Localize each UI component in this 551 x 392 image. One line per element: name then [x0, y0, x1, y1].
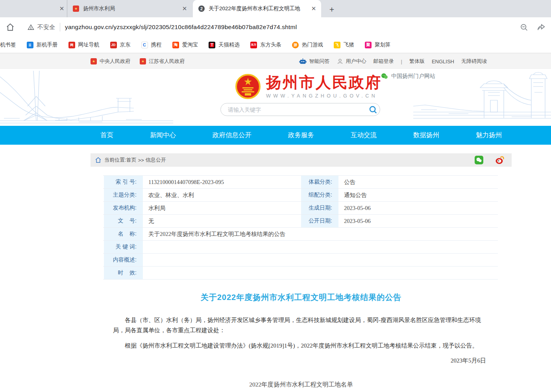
wechat-icon: [381, 73, 388, 80]
url-field[interactable]: yangzhou.gov.cn/yzszxxgk/slj/202305/210c…: [65, 24, 297, 31]
bookmark-eastday[interactable]: 东方东方头条: [250, 41, 281, 48]
eastday-icon: 东方: [250, 42, 257, 48]
link-mail-login[interactable]: 邮箱登录: [373, 58, 394, 65]
article-title: 关于2022年度扬州市水利工程文明工地考核结果的公告: [91, 292, 512, 303]
ctrip-icon: C: [141, 42, 148, 48]
tab-active-announcement[interactable]: 2 关于2022年度扬州市水利工程文明工地 ✕: [193, 0, 321, 17]
user-icon: [337, 58, 343, 64]
juhuasuan-icon: 聚: [365, 42, 372, 48]
new-tab-button[interactable]: ＋: [327, 4, 337, 14]
site-url-caption: WWW.YANGZHOU.GOV.CN: [266, 93, 382, 99]
close-icon[interactable]: ✕: [58, 5, 65, 12]
nav-services[interactable]: 政务服务: [288, 131, 314, 140]
table-row: 索 引 号: 11321000014407098E-2023-095 体裁分类:…: [103, 176, 498, 189]
search-icon[interactable]: [366, 103, 380, 116]
link-traditional[interactable]: 繁体版: [409, 58, 425, 65]
bookmark-juhuasuan[interactable]: 聚聚划算: [365, 41, 391, 48]
breadcrumb-home-link[interactable]: 首页: [126, 156, 137, 164]
nav-data[interactable]: 数据扬州: [413, 131, 439, 140]
portal-label[interactable]: 中国扬州门户网站: [381, 73, 435, 80]
gov-emblem-favicon-icon: ★: [73, 6, 79, 12]
divider: [60, 23, 60, 31]
article-body: 各县（市、区）水利（务）局，扬州经济开发区城乡事务管理局，生态科技新城规划建设局…: [113, 315, 488, 356]
national-emblem-icon: [235, 74, 261, 99]
nav-home[interactable]: 首页: [100, 131, 113, 140]
site-search: [220, 103, 380, 116]
nav-charm[interactable]: 魅力扬州: [476, 131, 502, 140]
tab-title: 扬州市水利局: [83, 5, 177, 12]
link-user-center[interactable]: 用户中心: [337, 58, 366, 65]
breadcrumb-current-link[interactable]: 信息公开: [146, 156, 166, 164]
games-icon: 游: [292, 42, 299, 48]
table-row: 主题分类: 农业、林业、水利 组配分类: 通知公告: [103, 189, 498, 202]
zoom-out-icon[interactable]: [520, 23, 528, 31]
site-banner: 扬州市人民政府 WWW.YANGZHOU.GOV.CN 中国扬州门户网站: [0, 69, 551, 126]
article-date: 2023年5月6日: [113, 357, 486, 364]
bookmark-phone-bookmarks[interactable]: 机书签: [0, 41, 16, 48]
article-paragraph: 根据《扬州市水利工程文明工地建设管理办法》(扬水规[2019]1号)，2022年…: [113, 340, 488, 351]
bookmark-manual[interactable]: ≣新机手册: [27, 41, 58, 48]
bookmark-fliggy[interactable]: 飞飞猪: [334, 41, 354, 48]
breadcrumb-prefix: 当前位置:: [104, 156, 126, 164]
robot-icon: [299, 58, 307, 64]
article-paragraph: 各县（市、区）水利（务）局，扬州经济开发区城乡事务管理局，生态科技新城规划建设局…: [113, 315, 488, 335]
tab-title: 关于2022年度扬州市水利工程文明工地: [209, 5, 306, 12]
bridge-art-left: [0, 69, 173, 126]
tmall-icon: T: [209, 42, 215, 48]
browser-tab-bar: ✕ ★ 扬州市水利局 ✕ 2 关于2022年度扬州市水利工程文明工地 ✕ ＋: [0, 0, 551, 17]
content-area: 当前位置: 首页 >> 信息公开 索 引 号:: [91, 145, 512, 392]
table-row: 关 键 词:: [103, 241, 498, 254]
nav-news[interactable]: 新闻中心: [150, 131, 176, 140]
bookmarks-bar: 机书签 ≣新机手册 网网址导航 JD京东 C携程 淘爱淘宝 T天猫精选 东方东方…: [0, 37, 551, 53]
bookmark-ctrip[interactable]: C携程: [141, 41, 162, 48]
site-name: 扬州市人民政府: [266, 75, 382, 90]
breadcrumb: 当前位置: 首页 >> 信息公开: [91, 153, 512, 167]
warning-icon: [28, 24, 34, 31]
link-central-gov[interactable]: ★ 中央人民政府: [91, 58, 130, 65]
site-utility-bar: ★ 中央人民政府 ★ 江苏省人民政府 智能问答 用户中心 邮箱登录 | 繁体版: [0, 53, 551, 69]
nav-interaction[interactable]: 互动交流: [351, 131, 377, 140]
close-icon[interactable]: ✕: [181, 5, 188, 12]
link-smart-qa[interactable]: 智能问答: [299, 58, 330, 65]
bookmark-tmall[interactable]: T天猫精选: [209, 41, 240, 48]
search-input[interactable]: [221, 107, 366, 113]
manual-icon: ≣: [27, 42, 33, 48]
bookmark-taobao[interactable]: 淘爱淘宝: [172, 41, 198, 48]
weibo-share-icon[interactable]: [495, 156, 505, 164]
nav-info-disclosure[interactable]: 政府信息公开: [213, 131, 251, 140]
nav-site-icon: 网: [68, 42, 75, 48]
site-logo[interactable]: 扬州市人民政府 WWW.YANGZHOU.GOV.CN: [235, 74, 382, 99]
list-section-title: 2022年度扬州市水利工程文明工地名单: [91, 381, 512, 389]
gov-emblem-icon: ★: [91, 58, 97, 64]
jd-icon: JD: [110, 42, 117, 48]
gov-emblem-icon: ★: [140, 58, 146, 64]
page-favicon-icon: 2: [198, 6, 205, 12]
document-meta-table: 索 引 号: 11321000014407098E-2023-095 体裁分类:…: [103, 175, 498, 280]
close-icon[interactable]: ✕: [310, 5, 317, 12]
link-jiangsu-gov[interactable]: ★ 江苏省人民政府: [140, 58, 185, 65]
bookmark-games[interactable]: 游热门游戏: [292, 41, 323, 48]
table-row: 名 称: 关于2022年度扬州市水利工程文明工地考核结果的公告: [103, 228, 498, 241]
table-row: 发布机构: 水利局 生成日期: 2023-05-06: [103, 202, 498, 215]
share-icon[interactable]: [537, 23, 545, 31]
home-icon[interactable]: [5, 22, 16, 33]
browser-address-bar: 不安全 yangzhou.gov.cn/yzszxxgk/slj/202305/…: [0, 17, 551, 37]
security-indicator[interactable]: 不安全: [28, 24, 55, 31]
table-row: 内容概述:: [103, 254, 498, 267]
tab-shuiliju[interactable]: ★ 扬州市水利局 ✕: [67, 0, 192, 17]
table-row: 文 号: 无 公开日期: 2023-05-06: [103, 215, 498, 228]
taobao-icon: 淘: [172, 42, 179, 48]
link-english[interactable]: ENGLISH: [432, 59, 454, 64]
bookmark-nav-site[interactable]: 网网址导航: [68, 41, 100, 48]
bookmark-jd[interactable]: JD京东: [110, 41, 131, 48]
divider: |: [401, 59, 402, 64]
home-icon: [95, 157, 101, 163]
main-navigation: 首页 新闻中心 政府信息公开 政务服务 互动交流 数据扬州 魅力扬州: [0, 126, 551, 145]
table-row: 时 效:: [103, 267, 498, 280]
link-accessibility[interactable]: 无障碍阅读: [461, 58, 487, 65]
breadcrumb-separator: >>: [138, 157, 144, 163]
wechat-share-icon[interactable]: [475, 156, 483, 164]
security-label: 不安全: [37, 24, 55, 31]
fliggy-icon: 飞: [334, 42, 340, 48]
